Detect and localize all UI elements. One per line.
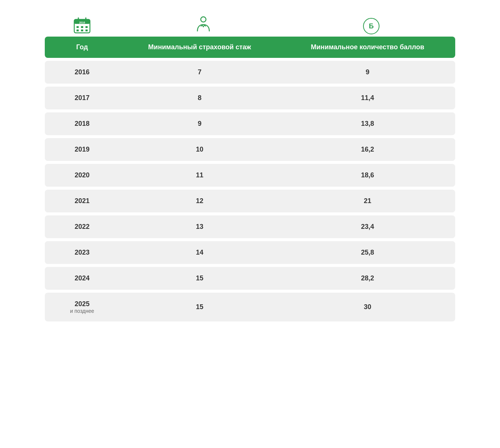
table-row: 20221323,4 bbox=[45, 215, 455, 238]
cell-stazh: 15 bbox=[119, 293, 280, 321]
cell-year: 2017 bbox=[45, 87, 119, 109]
table-header-row: Год Минимальный страховой стаж Минимальн… bbox=[45, 37, 455, 58]
person-icon bbox=[194, 15, 213, 34]
cell-balls: 30 bbox=[280, 293, 455, 321]
table-row: 20201118,6 bbox=[45, 164, 455, 187]
cell-balls: 23,4 bbox=[280, 215, 455, 238]
table-row: 201679 bbox=[45, 61, 455, 84]
header-stazh: Минимальный страховой стаж bbox=[119, 37, 280, 58]
cell-stazh: 15 bbox=[119, 267, 280, 290]
svg-text:2016: 2016 bbox=[79, 21, 85, 24]
header-balls: Минимальное количество баллов bbox=[280, 37, 455, 58]
cell-balls: 18,6 bbox=[280, 164, 455, 187]
table-row: 20231425,8 bbox=[45, 241, 455, 264]
svg-rect-6 bbox=[81, 26, 83, 28]
svg-point-11 bbox=[201, 17, 206, 22]
table-row: 2017811,4 bbox=[45, 87, 455, 109]
table-row: 20211221 bbox=[45, 190, 455, 212]
svg-rect-10 bbox=[85, 29, 88, 31]
cell-stazh: 7 bbox=[119, 61, 280, 84]
cell-stazh: 13 bbox=[119, 215, 280, 238]
ball-icon: Б bbox=[363, 18, 379, 34]
cell-stazh: 8 bbox=[119, 87, 280, 109]
cell-year: 2023 bbox=[45, 241, 119, 264]
balls-icon-cell: Б bbox=[287, 15, 455, 37]
cell-stazh: 9 bbox=[119, 112, 280, 135]
svg-rect-8 bbox=[76, 29, 79, 31]
svg-rect-7 bbox=[85, 26, 88, 28]
table-row: 20241528,2 bbox=[45, 267, 455, 290]
cell-balls: 21 bbox=[280, 190, 455, 212]
cell-balls: 9 bbox=[280, 61, 455, 84]
table-row: 2018913,8 bbox=[45, 112, 455, 135]
icon-header-row: 2016 bbox=[45, 15, 455, 37]
svg-rect-9 bbox=[81, 29, 83, 31]
cell-year: 2025и позднее bbox=[45, 293, 119, 321]
cell-year: 2021 bbox=[45, 190, 119, 212]
table-row: 2025и позднее1530 bbox=[45, 293, 455, 321]
cell-year: 2022 bbox=[45, 215, 119, 238]
cell-year: 2020 bbox=[45, 164, 119, 187]
cell-balls: 16,2 bbox=[280, 138, 455, 161]
cell-stazh: 14 bbox=[119, 241, 280, 264]
person-icon-cell bbox=[119, 15, 287, 37]
table-wrapper: 2016 bbox=[45, 15, 455, 321]
cell-stazh: 12 bbox=[119, 190, 280, 212]
cell-balls: 28,2 bbox=[280, 267, 455, 290]
cell-stazh: 11 bbox=[119, 164, 280, 187]
cell-balls: 11,4 bbox=[280, 87, 455, 109]
header-year: Год bbox=[45, 37, 119, 58]
calendar-icon: 2016 bbox=[74, 17, 91, 34]
svg-rect-5 bbox=[76, 26, 79, 28]
cell-year: 2019 bbox=[45, 138, 119, 161]
cell-balls: 25,8 bbox=[280, 241, 455, 264]
table-row: 20191016,2 bbox=[45, 138, 455, 161]
cell-year: 2018 bbox=[45, 112, 119, 135]
cell-balls: 13,8 bbox=[280, 112, 455, 135]
cell-stazh: 10 bbox=[119, 138, 280, 161]
cell-year: 2024 bbox=[45, 267, 119, 290]
cell-year: 2016 bbox=[45, 61, 119, 84]
calendar-icon-cell: 2016 bbox=[45, 15, 119, 37]
data-table: Год Минимальный страховой стаж Минимальн… bbox=[45, 37, 455, 321]
